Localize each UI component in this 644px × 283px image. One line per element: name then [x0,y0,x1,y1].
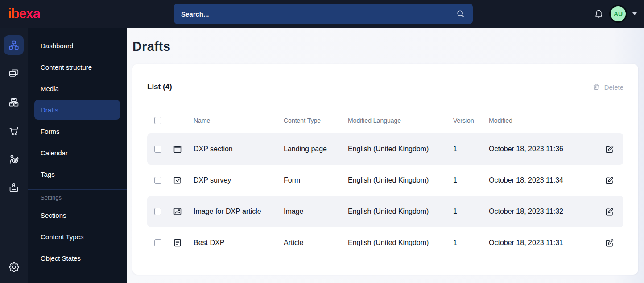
column-content-type: Content Type [284,117,348,124]
delete-button-label: Delete [604,83,623,91]
row-checkbox[interactable] [154,208,161,215]
avatar-caret-icon[interactable] [632,12,637,15]
row-content-type: Form [284,176,348,184]
list-header: List (4) Delete [147,64,623,92]
rail-item-badge[interactable] [4,178,24,198]
badge-icon [8,182,20,194]
main-content: Drafts List (4) Delete Name Content Type [127,28,644,283]
sidebar-item-media[interactable]: Media [34,79,120,98]
edit-button[interactable] [603,143,616,156]
row-checkbox[interactable] [154,239,161,246]
table-row: Image for DXP article Image English (Uni… [147,196,623,227]
edit-icon [605,145,614,154]
edit-icon [605,176,614,185]
menu-separator [28,189,127,190]
sidebar-item-forms[interactable]: Forms [34,121,120,141]
topbar: ibexa AU [0,0,644,28]
row-modified-language: English (United Kingdom) [348,176,453,184]
rail-item-commerce[interactable] [4,121,24,141]
row-version: 1 [453,145,486,153]
search-input[interactable] [181,10,456,18]
settings-gear-icon [8,261,20,273]
sidebar-item-dashboard[interactable]: Dashboard [34,36,120,55]
notifications-bell-icon[interactable] [594,9,604,19]
row-name: Best DXP [187,239,284,247]
column-name: Name [187,117,284,124]
image-icon [173,207,182,216]
personalization-icon [8,154,20,165]
table-header-row: Name Content Type Modified Language Vers… [147,107,623,133]
row-content-type: Image [284,208,348,216]
row-version: 1 [453,239,486,247]
row-version: 1 [453,176,486,184]
landing-page-icon [173,144,182,154]
drafts-list-card: List (4) Delete Name Content Type Modifi… [132,64,638,275]
sidebar-item-content-structure[interactable]: Content structure [34,57,120,77]
row-name: DXP section [187,145,284,153]
column-version: Version [453,117,486,124]
edit-icon [605,238,614,248]
column-modified-language: Modified Language [348,117,453,124]
trash-icon [592,83,600,91]
rail-item-content-tree[interactable] [4,35,24,55]
row-name: Image for DXP article [187,208,284,216]
rail-item-product-catalog[interactable] [4,92,24,112]
delete-button[interactable]: Delete [592,83,623,91]
row-modified: October 18, 2023 11:36 [486,145,595,153]
row-modified: October 18, 2023 11:34 [486,176,595,184]
row-modified-language: English (United Kingdom) [348,208,453,216]
page-title: Drafts [132,39,644,54]
topbar-right: AU [594,6,637,21]
rail-item-admin-settings[interactable] [4,257,24,277]
row-modified-language: English (United Kingdom) [348,239,453,247]
edit-button[interactable] [603,174,616,187]
rail-item-personalization[interactable] [4,150,24,169]
avatar-initials: AU [614,10,623,17]
row-content-type: Landing page [284,145,348,153]
form-icon [173,175,182,185]
sidebar-menu: Dashboard Content structure Media Drafts… [28,28,127,283]
row-content-type: Article [284,239,348,247]
select-all-checkbox[interactable] [154,117,161,124]
commerce-cart-icon [8,125,20,137]
sidebar-item-calendar[interactable]: Calendar [34,143,120,162]
edit-icon [605,207,614,216]
table-row: Best DXP Article English (United Kingdom… [147,227,623,258]
row-checkbox[interactable] [154,177,161,184]
global-search [174,4,473,24]
edit-button[interactable] [603,205,616,218]
sidebar-item-object-states[interactable]: Object States [34,248,120,268]
sidebar-item-sections[interactable]: Sections [34,205,120,225]
sidebar-item-tags[interactable]: Tags [34,164,120,184]
sidebar-item-drafts[interactable]: Drafts [34,100,120,120]
article-icon [173,238,182,248]
drafts-table: Name Content Type Modified Language Vers… [147,107,623,258]
icon-rail [0,28,28,283]
ibexa-logo[interactable]: ibexa [8,6,40,22]
row-modified-language: English (United Kingdom) [348,145,453,153]
column-modified: Modified [486,117,595,124]
rail-item-content[interactable] [4,64,24,83]
list-count-title: List (4) [147,83,172,92]
row-modified: October 18, 2023 11:32 [486,208,595,216]
row-version: 1 [453,208,486,216]
product-catalog-icon [8,96,20,108]
edit-button[interactable] [603,237,616,250]
sidebar-item-content-types[interactable]: Content Types [34,227,120,246]
rail-bottom [0,250,28,283]
row-name: DXP survey [187,176,284,184]
content-tree-icon [8,39,20,51]
table-row: DXP section Landing page English (United… [147,133,623,165]
table-row: DXP survey Form English (United Kingdom)… [147,165,623,196]
row-modified: October 18, 2023 11:31 [486,239,595,247]
content-icon [8,68,20,79]
settings-group-label: Settings [28,194,127,201]
row-checkbox[interactable] [154,146,161,153]
search-icon[interactable] [456,9,466,19]
avatar[interactable]: AU [611,6,626,21]
